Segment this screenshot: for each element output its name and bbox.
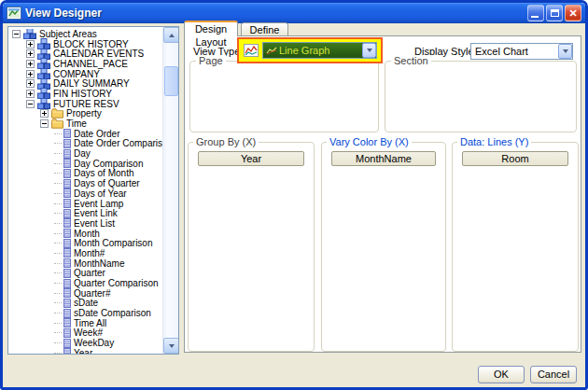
close-icon: ✕ bbox=[568, 8, 577, 19]
tree-item[interactable]: Days of Quarter bbox=[8, 178, 162, 188]
tree-item-label: Date Order bbox=[71, 129, 119, 139]
close-button[interactable]: ✕ bbox=[565, 5, 581, 21]
page-label: Page bbox=[196, 55, 226, 66]
tree-item[interactable]: FUTURE RESV bbox=[8, 99, 162, 109]
expand-plus-icon[interactable] bbox=[26, 79, 35, 88]
tree-connector bbox=[54, 233, 62, 234]
tree-connector bbox=[54, 153, 62, 154]
tree-item[interactable]: MonthName bbox=[8, 258, 162, 269]
tree-item[interactable]: Event List bbox=[8, 218, 162, 229]
arrow-down-icon bbox=[169, 344, 175, 348]
display-style-dropdown-button[interactable] bbox=[558, 44, 572, 59]
tree-item[interactable]: COMPANY bbox=[8, 69, 162, 79]
tree-item-label: COMPANY bbox=[50, 69, 100, 79]
tree-item[interactable]: Time All bbox=[8, 318, 162, 328]
drop-zone[interactable]: Vary Color By (X)MonthName bbox=[321, 142, 446, 352]
tree-item[interactable]: Date Order bbox=[8, 129, 162, 139]
tree-item[interactable]: Event Lamp bbox=[8, 199, 162, 209]
cancel-button[interactable]: Cancel bbox=[530, 366, 577, 383]
tab-define-filters[interactable]: Define Filters bbox=[241, 22, 288, 36]
tree-item[interactable]: Date Order Comparison bbox=[8, 139, 162, 149]
tree-scrollbar[interactable] bbox=[162, 27, 178, 354]
tree-item-label: Month# bbox=[71, 248, 105, 258]
drop-zone-item[interactable]: MonthName bbox=[331, 151, 436, 166]
tree-item[interactable]: Property bbox=[8, 109, 162, 119]
tree-item[interactable]: Days of Year bbox=[8, 188, 162, 199]
tree-item[interactable]: BLOCK HISTORY bbox=[8, 39, 162, 49]
tree-item-label: Day bbox=[71, 148, 91, 159]
tree-item[interactable]: DAILY SUMMARY bbox=[8, 78, 162, 89]
tree-item[interactable]: Month# bbox=[8, 248, 162, 258]
tree-connector bbox=[54, 342, 62, 343]
tree-item[interactable]: Days of Month bbox=[8, 169, 162, 179]
tree-connector bbox=[54, 133, 62, 134]
tree-item-label: FIN HISTORY bbox=[50, 89, 112, 99]
tree-connector bbox=[54, 313, 62, 313]
window-title: View Designer bbox=[25, 7, 525, 20]
tree-item[interactable]: Quarter# bbox=[8, 288, 162, 299]
minimize-icon bbox=[531, 16, 539, 18]
tree-connector bbox=[54, 243, 62, 244]
tab-design-layout[interactable]: Design Layout bbox=[184, 21, 238, 36]
ok-button[interactable]: OK bbox=[478, 366, 525, 383]
expand-plus-icon[interactable] bbox=[40, 109, 49, 118]
column-icon bbox=[63, 269, 71, 278]
tree-item[interactable]: Day Comparison bbox=[8, 159, 162, 169]
scroll-down-button[interactable] bbox=[163, 338, 179, 354]
line-graph-icon bbox=[244, 44, 259, 57]
scroll-up-button[interactable] bbox=[163, 27, 179, 43]
tree-item[interactable]: Month Comparison bbox=[8, 238, 162, 248]
expand-plus-icon[interactable] bbox=[26, 60, 35, 68]
expand-plus-icon[interactable] bbox=[26, 40, 35, 49]
tree-item[interactable]: Week# bbox=[8, 328, 162, 339]
tree-item[interactable]: WeekDay bbox=[8, 338, 162, 348]
tree-item-label: CALENDAR EVENTS bbox=[50, 49, 144, 59]
page-dropzone[interactable]: Page bbox=[189, 61, 379, 132]
drop-zone-item[interactable]: Year bbox=[198, 151, 304, 166]
column-icon bbox=[63, 248, 71, 258]
view-type-dropdown[interactable]: Line Graph bbox=[262, 42, 377, 59]
scrollbar-thumb[interactable] bbox=[164, 66, 178, 96]
drop-zone-label: Data: Lines (Y) bbox=[457, 136, 531, 147]
tree-item[interactable]: CALENDAR EVENTS bbox=[8, 49, 162, 59]
view-designer-icon bbox=[7, 6, 21, 21]
tree-item[interactable]: Month bbox=[8, 229, 162, 239]
tree-item[interactable]: sDate Comparison bbox=[8, 308, 162, 318]
display-style-dropdown[interactable]: Excel Chart bbox=[470, 43, 573, 60]
tree-item[interactable]: Time bbox=[8, 118, 162, 129]
drop-zone[interactable]: Group By (X)Year bbox=[188, 142, 315, 352]
view-type-dropdown-button[interactable] bbox=[362, 43, 376, 58]
drop-zone[interactable]: Data: Lines (Y)Room bbox=[452, 142, 579, 352]
column-icon bbox=[63, 149, 71, 159]
expand-plus-icon[interactable] bbox=[26, 90, 35, 98]
tree-item[interactable]: Day bbox=[8, 148, 162, 159]
cubes-icon bbox=[37, 98, 50, 109]
tree-item[interactable]: Quarter Comparison bbox=[8, 278, 162, 288]
collapse-minus-icon[interactable] bbox=[40, 119, 49, 128]
column-icon bbox=[63, 339, 71, 348]
expand-plus-icon[interactable] bbox=[26, 70, 35, 78]
tree-item[interactable]: sDate bbox=[8, 299, 162, 309]
minimize-button[interactable] bbox=[527, 5, 544, 21]
collapse-minus-icon[interactable] bbox=[12, 30, 21, 38]
maximize-button[interactable] bbox=[546, 5, 563, 21]
view-type-value: Line Graph bbox=[279, 45, 362, 56]
tree-item[interactable]: Event Link bbox=[8, 208, 162, 218]
tree-connector bbox=[54, 253, 62, 254]
expand-plus-icon[interactable] bbox=[26, 49, 35, 58]
tree-item[interactable]: FIN HISTORY bbox=[8, 89, 162, 99]
folder-icon bbox=[51, 108, 63, 118]
tree-item[interactable]: Year bbox=[8, 348, 162, 354]
cubes-icon bbox=[23, 29, 36, 39]
column-icon bbox=[63, 199, 71, 208]
tree-item-label: WeekDay bbox=[71, 338, 114, 348]
section-dropzone[interactable]: Section bbox=[385, 61, 577, 132]
tree-item[interactable]: Subject Areas bbox=[8, 29, 162, 39]
collapse-minus-icon[interactable] bbox=[26, 100, 35, 108]
column-icon bbox=[63, 348, 71, 354]
drop-zone-item[interactable]: Room bbox=[462, 151, 568, 166]
column-icon bbox=[63, 139, 71, 148]
tree-item[interactable]: Quarter bbox=[8, 269, 162, 279]
tree-item[interactable]: CHANNEL_PACE bbox=[8, 59, 162, 69]
tree-connector bbox=[54, 173, 62, 174]
